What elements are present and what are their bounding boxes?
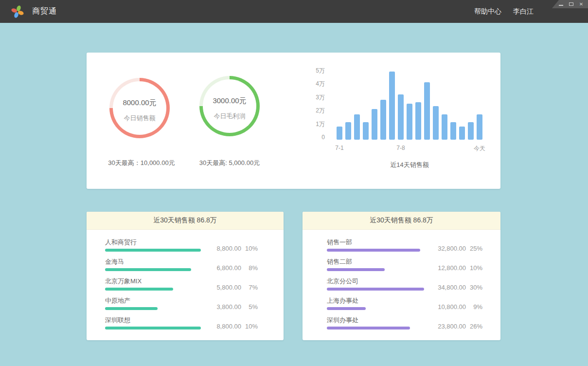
today-sales-value: 8000.00元 — [123, 98, 156, 108]
list-item-percent: 26% — [466, 323, 482, 330]
sales-bar-xaxis: 7-17-8今天 — [337, 140, 491, 149]
minimize-icon — [559, 5, 563, 6]
bar — [477, 114, 482, 140]
topbar: 商贸通 帮助中心 李白江 ✕ — [0, 0, 588, 23]
user-menu[interactable]: 李白江 — [513, 7, 534, 16]
app-title: 商贸通 — [32, 6, 57, 17]
list-item: 销售一部 32,800.00 25% — [327, 238, 500, 252]
list-item: 北京万象MIX 5,800.00 7% — [105, 277, 284, 291]
sales-bar-plot: 01万2万3万4万5万 — [337, 67, 482, 140]
list-item-bar — [105, 268, 191, 271]
list-item-percent: 30% — [466, 284, 482, 291]
today-sales-label: 今日销售额 — [124, 114, 156, 123]
list-item-amount: 8,800.00 — [206, 323, 241, 330]
minimize-button[interactable] — [558, 1, 563, 7]
bar — [442, 114, 447, 140]
list-item-percent: 10% — [466, 264, 482, 272]
list-item-percent: 9% — [466, 303, 482, 311]
bar — [450, 122, 456, 140]
list-item: 金海马 6,800.00 8% — [105, 258, 284, 271]
bar — [372, 109, 377, 140]
list-item-percent: 8% — [241, 264, 258, 272]
sales-14d-caption: 近14天销售额 — [337, 161, 482, 169]
bar — [363, 122, 369, 140]
list-item-values: 32,800.00 25% — [431, 245, 482, 252]
list-item-percent: 5% — [241, 303, 258, 311]
sales-30d-max: 30天最高：10,000.00元 — [90, 159, 193, 167]
list-item: 深圳联想 8,800.00 10% — [105, 316, 284, 329]
list-item-bar — [105, 307, 158, 310]
bar — [354, 114, 360, 140]
x-axis-tick: 今天 — [474, 145, 485, 153]
bar — [468, 122, 474, 140]
bar — [433, 106, 439, 140]
today-sales-donut: 8000.00元 今日销售额 — [109, 78, 170, 138]
list-item: 中原地产 3,800.00 5% — [105, 297, 284, 310]
list-item-bar — [327, 327, 410, 329]
list-item-values: 34,800.00 30% — [431, 284, 482, 291]
list-item-percent: 10% — [241, 323, 258, 330]
window-controls: ✕ — [552, 0, 588, 8]
list-item-percent: 7% — [241, 284, 258, 291]
bar — [459, 127, 465, 140]
maximize-icon — [569, 2, 573, 6]
list-item: 销售二部 12,800.00 10% — [327, 258, 500, 271]
list-item-amount: 5,800.00 — [206, 284, 241, 291]
list-item: 人和商贸行 8,800.00 10% — [105, 238, 284, 252]
list-item-values: 8,800.00 10% — [206, 245, 258, 252]
list-item-bar — [105, 249, 201, 252]
pinwheel-logo-icon — [11, 5, 24, 18]
list-item-values: 23,800.00 26% — [431, 323, 482, 330]
list-item-amount: 6,800.00 — [206, 264, 241, 272]
list-item-percent: 25% — [466, 245, 482, 252]
list-item-values: 8,800.00 10% — [206, 323, 258, 330]
today-profit-value: 3000.00元 — [213, 96, 246, 106]
list-item-amount: 34,800.00 — [431, 284, 466, 291]
departments-card-title: 近30天销售额 86.8万 — [370, 216, 433, 225]
list-item-amount: 10,800.00 — [431, 303, 466, 311]
list-item-amount: 23,800.00 — [431, 323, 466, 330]
bar — [398, 94, 404, 140]
list-item-percent: 10% — [241, 245, 258, 252]
y-axis-tick: 1万 — [312, 121, 325, 128]
departments-card-body: 销售一部 32,800.00 25% 销售二部 12,800.00 10% 北京… — [303, 230, 500, 329]
topbar-right: 帮助中心 李白江 — [474, 0, 534, 23]
today-sales-center: 8000.00元 今日销售额 — [113, 81, 166, 135]
list-item-bar — [105, 327, 201, 329]
today-profit-ring: 3000.00元 今日毛利润 — [199, 76, 260, 136]
bar — [345, 122, 351, 140]
today-profit-donut: 3000.00元 今日毛利润 — [199, 76, 260, 136]
list-item-amount: 8,800.00 — [206, 245, 241, 252]
list-item-bar — [105, 288, 173, 291]
customers-card-body: 人和商贸行 8,800.00 10% 金海马 6,800.00 8% 北京万象M… — [87, 230, 284, 329]
today-sales-ring: 8000.00元 今日销售额 — [109, 78, 170, 138]
list-item-bar — [327, 268, 385, 271]
list-item-values: 3,800.00 5% — [206, 303, 258, 311]
today-profit-label: 今日毛利润 — [214, 112, 246, 121]
list-item-values: 5,800.00 7% — [206, 284, 258, 291]
departments-sales-card: 近30天销售额 86.8万 销售一部 32,800.00 25% 销售二部 12… — [303, 212, 500, 340]
list-item-values: 10,800.00 9% — [431, 303, 482, 311]
help-center-link[interactable]: 帮助中心 — [474, 7, 501, 16]
list-item-amount: 12,800.00 — [431, 264, 466, 272]
bar — [389, 72, 395, 140]
y-axis-tick: 5万 — [312, 67, 325, 74]
list-item: 深圳办事处 23,800.00 26% — [327, 316, 500, 329]
close-button[interactable]: ✕ — [579, 1, 584, 7]
customers-card-title: 近30天销售额 86.8万 — [153, 216, 217, 225]
bar — [424, 82, 430, 140]
list-item-amount: 3,800.00 — [206, 303, 241, 311]
y-axis-tick: 3万 — [312, 94, 325, 101]
list-item-values: 12,800.00 10% — [431, 264, 482, 272]
y-axis-tick: 0 — [312, 134, 325, 141]
bar — [415, 102, 421, 140]
list-item-values: 6,800.00 8% — [206, 264, 258, 272]
y-axis-tick: 2万 — [312, 107, 325, 114]
x-axis-tick: 7-8 — [396, 145, 405, 151]
maximize-button[interactable] — [569, 1, 573, 7]
bar — [380, 100, 386, 140]
x-axis-tick: 7-1 — [335, 145, 343, 151]
list-item: 上海办事处 10,800.00 9% — [327, 297, 500, 310]
close-icon: ✕ — [579, 2, 583, 7]
y-axis-tick: 4万 — [312, 80, 325, 87]
